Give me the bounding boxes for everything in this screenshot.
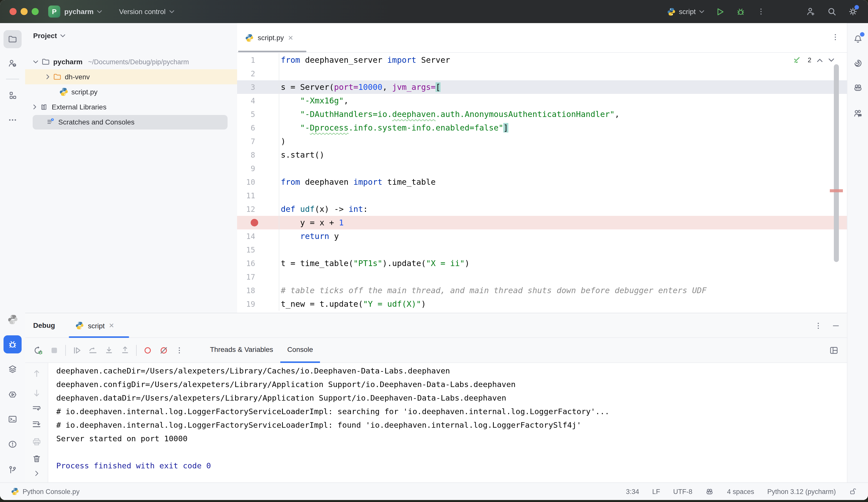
caret-position-widget[interactable]: 3:34: [626, 488, 639, 495]
debug-options-button[interactable]: [814, 321, 823, 330]
code-line[interactable]: 9: [237, 161, 847, 175]
code-line[interactable]: 19t_new = t.update("Y = udf(X)"): [237, 297, 847, 311]
line-number[interactable]: 6: [237, 121, 279, 135]
code-line[interactable]: 7): [237, 135, 847, 148]
code-line[interactable]: 1from deephaven_server import Server: [237, 53, 847, 67]
editor-options-button[interactable]: [831, 33, 840, 42]
line-separator-widget[interactable]: LF: [652, 488, 660, 495]
run-config-selector[interactable]: script: [667, 7, 704, 16]
line-number[interactable]: 7: [237, 135, 279, 148]
console-output[interactable]: deephaven.cacheDir=/Users/alexpeters/Lib…: [48, 363, 847, 483]
line-number[interactable]: 10: [237, 175, 279, 189]
code-line[interactable]: 17: [237, 270, 847, 284]
resume-button[interactable]: [72, 345, 82, 355]
tree-item-dh-venv[interactable]: dh-venv: [46, 69, 90, 84]
code-line[interactable]: 8s.start(): [237, 148, 847, 161]
line-number[interactable]: 18: [237, 284, 279, 297]
line-number[interactable]: 11: [237, 189, 279, 202]
code-line[interactable]: 4 "-Xmx16g",: [237, 94, 847, 107]
close-window-button[interactable]: [10, 8, 17, 15]
pycharm-logo[interactable]: P: [48, 6, 60, 18]
code-line[interactable]: 14 return y: [237, 229, 847, 243]
code-line[interactable]: 15: [237, 243, 847, 257]
project-tool-button[interactable]: [3, 30, 22, 48]
add-user-button[interactable]: [806, 7, 816, 17]
zoom-window-button[interactable]: [32, 8, 39, 15]
run-button[interactable]: [715, 7, 725, 16]
code-with-me-tool-button[interactable]: [849, 104, 867, 123]
down-stack-trace-button[interactable]: [32, 388, 42, 398]
line-number[interactable]: 19: [237, 297, 279, 311]
line-number[interactable]: 1: [237, 53, 279, 67]
close-tab-icon[interactable]: ✕: [288, 34, 293, 41]
tab-console[interactable]: Console: [280, 338, 320, 363]
breakpoint-gutter[interactable]: [237, 216, 279, 229]
hide-panel-button[interactable]: [832, 322, 840, 330]
inspections-widget[interactable]: 2: [793, 55, 834, 65]
soft-wrap-button[interactable]: [32, 404, 42, 414]
tree-item-scratches[interactable]: Scratches and Consoles: [46, 114, 135, 129]
editor-scrollbar[interactable]: [834, 64, 839, 262]
settings-button[interactable]: [848, 7, 858, 17]
services-layers-tool-button[interactable]: [3, 360, 22, 378]
view-breakpoints-button[interactable]: [143, 345, 153, 355]
step-into-button[interactable]: [104, 345, 114, 355]
version-control-tool-button[interactable]: [3, 461, 22, 479]
debug-tool-button[interactable]: [3, 335, 22, 353]
encoding-widget[interactable]: UTF-8: [673, 488, 692, 495]
more-actions-button[interactable]: [756, 7, 765, 16]
interpreter-widget[interactable]: Python 3.12 (pycharm): [767, 488, 836, 495]
structure-tool-button[interactable]: [3, 86, 22, 104]
step-out-button[interactable]: [120, 345, 130, 355]
user-help-tool-button[interactable]: ?: [3, 54, 22, 72]
code-line[interactable]: 10from deephaven import time_table: [237, 175, 847, 189]
coding-agent-tool-button[interactable]: [849, 79, 867, 97]
more-tools-button[interactable]: [3, 111, 22, 129]
layout-settings-button[interactable]: [829, 345, 839, 355]
line-number[interactable]: 4: [237, 94, 279, 107]
line-number[interactable]: 3: [237, 80, 279, 94]
scroll-to-end-button[interactable]: [32, 419, 42, 429]
line-number[interactable]: 12: [237, 202, 279, 216]
code-line[interactable]: 12def udf(x) -> int:: [237, 202, 847, 216]
line-number[interactable]: 16: [237, 257, 279, 270]
editor-tab-script-py[interactable]: script.py ✕: [237, 23, 301, 52]
line-number[interactable]: 15: [237, 243, 279, 257]
line-number[interactable]: 17: [237, 270, 279, 284]
project-widget[interactable]: pycharm: [64, 0, 102, 23]
code-line[interactable]: 18# table ticks off the main thread, and…: [237, 284, 847, 297]
debug-button[interactable]: [736, 7, 745, 16]
breakpoint-icon[interactable]: [251, 219, 258, 227]
tab-threads-variables[interactable]: Threads & Variables: [203, 338, 280, 363]
prev-problem-icon[interactable]: [817, 58, 823, 62]
services-tool-button[interactable]: [3, 386, 22, 404]
project-panel-header[interactable]: Project: [33, 32, 65, 40]
code-line[interactable]: 16t = time_table("PT1s").update("X = ii"…: [237, 257, 847, 270]
stop-button[interactable]: [49, 345, 59, 355]
tree-item-external-libraries[interactable]: External Libraries: [33, 100, 106, 114]
expand-toolbar-button[interactable]: [33, 469, 41, 478]
line-number[interactable]: 2: [237, 67, 279, 80]
code-line[interactable]: 3s = Server(port=10000, jvm_args=[: [237, 80, 847, 94]
line-number[interactable]: 5: [237, 107, 279, 121]
tree-item-project-root[interactable]: pycharm ~/Documents/Debug/pip/pycharm: [33, 54, 189, 69]
code-line[interactable]: 6 "-Dprocess.info.system-info.enabled=fa…: [237, 121, 847, 135]
code-line[interactable]: 11: [237, 189, 847, 202]
python-packages-tool-button[interactable]: [3, 310, 22, 328]
terminal-tool-button[interactable]: [3, 410, 22, 428]
debug-more-button[interactable]: [175, 346, 184, 355]
line-number[interactable]: 8: [237, 148, 279, 161]
notifications-tool-button[interactable]: [849, 30, 867, 48]
indent-widget[interactable]: 4 spaces: [727, 488, 754, 495]
problems-tool-button[interactable]: [3, 435, 22, 453]
mute-breakpoints-button[interactable]: [159, 345, 169, 355]
status-file-widget[interactable]: Python Console.py: [11, 488, 80, 495]
step-over-button[interactable]: [88, 345, 98, 355]
code-line[interactable]: 5 "-DAuthHandlers=io.deephaven.auth.Anon…: [237, 107, 847, 121]
line-number[interactable]: 9: [237, 161, 279, 175]
minimize-window-button[interactable]: [21, 8, 28, 15]
code-line[interactable]: y = x + 1: [237, 216, 847, 229]
clear-console-button[interactable]: [32, 454, 42, 464]
up-stack-trace-button[interactable]: [32, 368, 42, 378]
unlocked-icon[interactable]: [849, 488, 857, 495]
